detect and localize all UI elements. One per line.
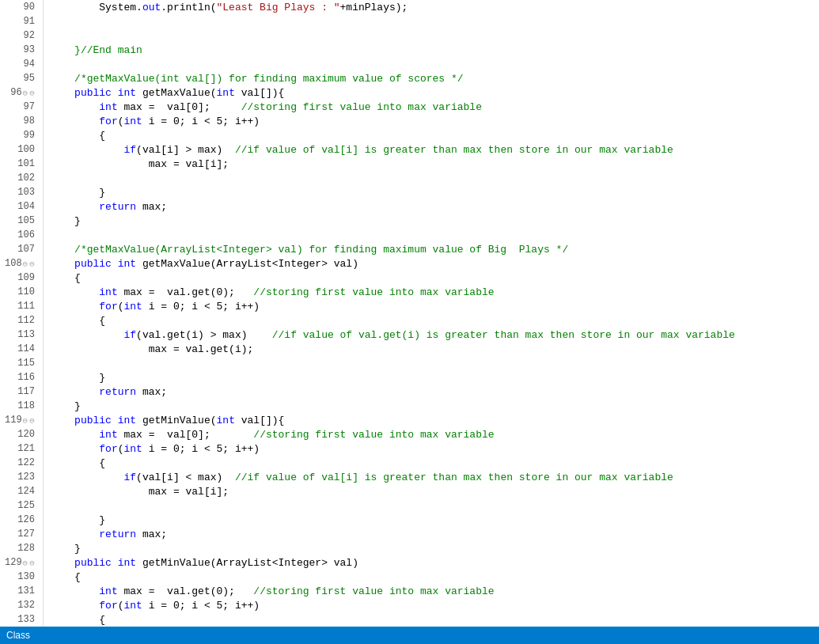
status-bar: Class <box>0 627 819 644</box>
code-line: max = val[i]; <box>44 157 819 171</box>
code-line: { <box>44 612 819 627</box>
code-line <box>44 356 819 370</box>
line-number: 125 <box>3 498 36 513</box>
line-number: 101 <box>3 157 36 171</box>
code-line: if(val[i] > max) //if value of val[i] is… <box>44 142 819 157</box>
line-number: 94 <box>3 57 36 71</box>
code-line: public int getMinValue(int val[]){ <box>44 413 819 427</box>
line-number: 122 <box>3 456 36 470</box>
line-number: 110 <box>3 285 36 299</box>
code-line: int max = val[0]; //storing first value … <box>44 427 819 441</box>
line-number: 117 <box>3 385 36 399</box>
code-line: int max = val.get(0); //storing first va… <box>44 584 819 598</box>
code-line: if(val[i] < max) //if value of val[i] is… <box>44 470 819 484</box>
line-number: 119⊖ <box>3 413 36 427</box>
line-number: 131 <box>3 584 36 598</box>
code-line: { <box>44 271 819 285</box>
line-number: 127 <box>3 527 36 541</box>
code-line: return max; <box>44 385 819 399</box>
line-number: 108⊖ <box>3 256 36 271</box>
code-line: public int getMinValue(ArrayList<Integer… <box>44 555 819 570</box>
line-number: 105 <box>3 214 36 228</box>
line-number: 114 <box>3 342 36 356</box>
code-line: { <box>44 570 819 584</box>
code-line: /*getMaxValue(int val[]) for finding max… <box>44 71 819 85</box>
code-line: }//End main <box>44 43 819 57</box>
code-line: return max; <box>44 527 819 541</box>
code-line: /*getMaxValue(ArrayList<Integer> val) fo… <box>44 242 819 256</box>
line-number: 106 <box>3 228 36 242</box>
line-number: 107 <box>3 242 36 256</box>
code-line <box>44 57 819 71</box>
code-line <box>44 171 819 185</box>
code-line: } <box>44 214 819 228</box>
code-line: for(int i = 0; i < 5; i++) <box>44 114 819 128</box>
code-line: int max = val.get(0); //storing first va… <box>44 285 819 299</box>
line-number: 90 <box>3 0 36 14</box>
line-number: 93 <box>3 43 36 57</box>
line-number: 91 <box>3 14 36 28</box>
code-line: public int getMaxValue(int val[]){ <box>44 85 819 100</box>
line-number: 116 <box>3 370 36 385</box>
code-line: public int getMaxValue(ArrayList<Integer… <box>44 256 819 271</box>
code-line: } <box>44 541 819 555</box>
line-number: 109 <box>3 271 36 285</box>
line-number: 111 <box>3 299 36 313</box>
line-number: 103 <box>3 185 36 199</box>
code-line: } <box>44 185 819 199</box>
line-number: 121 <box>3 441 36 456</box>
code-line: for(int i = 0; i < 5; i++) <box>44 598 819 612</box>
code-line: System.out.println("Least Big Plays : "+… <box>44 0 819 14</box>
code-line: } <box>44 399 819 413</box>
code-line: { <box>44 456 819 470</box>
line-number: 115 <box>3 356 36 370</box>
line-number: 104 <box>3 199 36 214</box>
code-line: for(int i = 0; i < 5; i++) <box>44 299 819 313</box>
line-number: 112 <box>3 313 36 328</box>
line-number: 129⊖ <box>3 555 36 570</box>
code-line <box>44 228 819 242</box>
line-number: 126 <box>3 513 36 527</box>
code-line: max = val.get(i); <box>44 342 819 356</box>
code-line: int max = val[0]; //storing first value … <box>44 100 819 114</box>
line-number: 120 <box>3 427 36 441</box>
line-number: 92 <box>3 28 36 43</box>
line-number: 133 <box>3 612 36 627</box>
line-number: 113 <box>3 328 36 342</box>
code-editor: 90919293949596⊖9798991001011021031041051… <box>0 0 819 644</box>
code-line <box>44 498 819 513</box>
line-number: 95 <box>3 71 36 85</box>
line-number: 124 <box>3 484 36 498</box>
code-line: } <box>44 370 819 385</box>
line-number: 132 <box>3 598 36 612</box>
class-label: Class <box>6 630 30 641</box>
line-number: 100 <box>3 142 36 157</box>
line-number: 130 <box>3 570 36 584</box>
code-line <box>44 28 819 43</box>
code-line: for(int i = 0; i < 5; i++) <box>44 441 819 456</box>
line-number: 123 <box>3 470 36 484</box>
line-number: 97 <box>3 100 36 114</box>
line-number: 96⊖ <box>3 85 36 100</box>
code-line: return max; <box>44 199 819 214</box>
line-number: 128 <box>3 541 36 555</box>
line-number: 118 <box>3 399 36 413</box>
code-line: { <box>44 128 819 142</box>
line-number: 102 <box>3 171 36 185</box>
line-numbers: 90919293949596⊖9798991001011021031041051… <box>0 0 44 644</box>
code-line: max = val[i]; <box>44 484 819 498</box>
line-number: 98 <box>3 114 36 128</box>
code-line: } <box>44 513 819 527</box>
line-number: 99 <box>3 128 36 142</box>
code-line: { <box>44 313 819 328</box>
code-content[interactable]: System.out.println("Least Big Plays : "+… <box>44 0 819 644</box>
code-line <box>44 14 819 28</box>
code-line: if(val.get(i) > max) //if value of val.g… <box>44 328 819 342</box>
